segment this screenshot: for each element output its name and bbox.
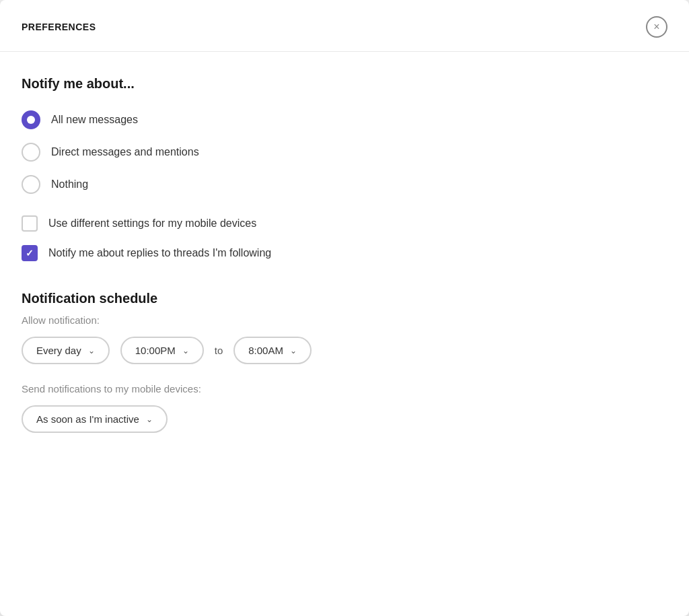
notify-section: Notify me about... All new messages Dire…: [22, 76, 667, 261]
radio-label-all-messages: All new messages: [51, 114, 138, 126]
schedule-section-title: Notification schedule: [22, 291, 667, 306]
day-dropdown-label: Every day: [36, 345, 81, 356]
close-button[interactable]: ×: [646, 16, 667, 38]
end-time-chevron-icon: ⌄: [290, 346, 297, 355]
mobile-timing-dropdown-label: As soon as I'm inactive: [36, 413, 139, 425]
schedule-row: Every day ⌄ 10:00PM ⌄ to 8:00AM ⌄: [22, 337, 667, 364]
schedule-section: Notification schedule Allow notification…: [22, 291, 667, 433]
radio-circle-all-messages[interactable]: [22, 110, 40, 129]
allow-notification-label: Allow notification:: [22, 314, 667, 326]
radio-label-nothing: Nothing: [51, 178, 88, 191]
radio-group: All new messages Direct messages and men…: [22, 110, 667, 194]
preferences-modal: PREFERENCES × Notify me about... All new…: [0, 0, 689, 616]
start-time-dropdown-label: 10:00PM: [135, 345, 176, 356]
modal-header: PREFERENCES ×: [0, 0, 689, 52]
checkbox-item-thread-replies[interactable]: Notify me about replies to threads I'm f…: [22, 245, 667, 261]
checkbox-thread-replies[interactable]: [22, 245, 38, 261]
day-dropdown-chevron-icon: ⌄: [88, 346, 95, 355]
radio-label-direct-mentions: Direct messages and mentions: [51, 146, 199, 158]
to-label: to: [215, 345, 223, 356]
mobile-timing-chevron-icon: ⌄: [146, 415, 153, 424]
checkbox-label-thread-replies: Notify me about replies to threads I'm f…: [48, 247, 271, 259]
start-time-chevron-icon: ⌄: [182, 346, 189, 355]
mobile-timing-dropdown[interactable]: As soon as I'm inactive ⌄: [22, 405, 168, 433]
start-time-dropdown[interactable]: 10:00PM ⌄: [120, 337, 204, 364]
radio-circle-nothing[interactable]: [22, 175, 40, 194]
checkbox-label-mobile-settings: Use different settings for my mobile dev…: [48, 217, 256, 230]
mobile-send-label: Send notifications to my mobile devices:: [22, 383, 667, 395]
notify-section-title: Notify me about...: [22, 76, 667, 92]
modal-title: PREFERENCES: [22, 22, 96, 32]
radio-item-direct-mentions[interactable]: Direct messages and mentions: [22, 143, 667, 162]
day-dropdown[interactable]: Every day ⌄: [22, 337, 110, 364]
radio-circle-direct-mentions[interactable]: [22, 143, 40, 162]
radio-item-all-messages[interactable]: All new messages: [22, 110, 667, 129]
end-time-dropdown[interactable]: 8:00AM ⌄: [233, 337, 312, 364]
end-time-dropdown-label: 8:00AM: [248, 345, 283, 356]
checkbox-item-mobile-settings[interactable]: Use different settings for my mobile dev…: [22, 215, 667, 232]
checkbox-mobile-settings[interactable]: [22, 215, 38, 232]
radio-item-nothing[interactable]: Nothing: [22, 175, 667, 194]
modal-body: Notify me about... All new messages Dire…: [0, 52, 689, 481]
checkbox-group: Use different settings for my mobile dev…: [22, 215, 667, 261]
